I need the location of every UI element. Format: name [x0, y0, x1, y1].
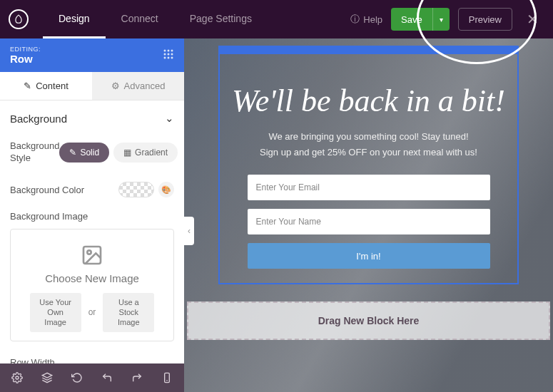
redo-icon[interactable]	[131, 371, 143, 384]
settings-icon[interactable]	[11, 371, 23, 384]
preview-button[interactable]: Preview	[458, 8, 512, 31]
drag-grip-icon[interactable]	[163, 48, 174, 63]
bg-style-solid[interactable]: ✎ Solid	[59, 143, 109, 163]
or-text: or	[88, 307, 96, 317]
hero-title[interactable]: We'll be back in a bit!	[232, 83, 505, 119]
help-label: Help	[363, 14, 382, 25]
bg-color-label: Background Color	[10, 182, 84, 198]
sidebar-bottom-toolbar	[0, 363, 184, 392]
svg-rect-13	[165, 373, 170, 382]
svg-point-3	[164, 53, 166, 55]
selected-row[interactable]: We'll be back in a bit! We are bringing …	[218, 46, 519, 284]
bg-image-box: Choose New Image Use Your Own Image or U…	[10, 229, 174, 341]
bg-style-solid-label: Solid	[80, 148, 99, 158]
section-background[interactable]: Background ⌄	[10, 100, 174, 133]
hero-sub-line1: We are bringing you something cool! Stay…	[260, 129, 477, 145]
help-icon: ⓘ	[350, 13, 360, 26]
color-picker-button[interactable]: 🎨	[158, 182, 174, 197]
editing-target: Row	[10, 53, 41, 65]
svg-point-10	[87, 250, 91, 254]
bg-style-gradient[interactable]: ▦ Gradient	[113, 143, 178, 163]
editing-label: EDITING:	[10, 46, 41, 53]
row-width-label: Row Width	[10, 351, 174, 363]
history-icon[interactable]	[71, 371, 83, 384]
email-input[interactable]	[248, 175, 490, 200]
bg-style-gradient-label: Gradient	[135, 148, 168, 158]
panel-tab-content[interactable]: ✎ Content	[0, 72, 92, 100]
solid-icon: ✎	[69, 148, 76, 158]
drop-new-block-zone[interactable]: Drag New Block Here	[187, 301, 550, 340]
editor-sidebar: EDITING: Row ✎ Content ⚙ Advanced Backgr…	[0, 38, 184, 392]
svg-point-6	[164, 56, 166, 58]
svg-marker-12	[42, 373, 51, 378]
section-background-label: Background	[10, 113, 67, 125]
svg-point-8	[171, 56, 173, 58]
top-bar: Design Connect Page Settings ⓘ Help Save…	[0, 0, 553, 38]
pencil-icon: ✎	[24, 81, 31, 91]
panel-tab-advanced-label: Advanced	[124, 81, 166, 91]
bg-image-label: Background Image	[10, 208, 174, 225]
save-dropdown-button[interactable]: ▾	[432, 8, 450, 31]
undo-icon[interactable]	[101, 371, 113, 384]
svg-point-0	[164, 49, 166, 51]
help-link[interactable]: ⓘ Help	[350, 13, 382, 26]
svg-point-2	[171, 49, 173, 51]
panel-tab-content-label: Content	[36, 81, 69, 91]
app-logo[interactable]	[9, 9, 29, 29]
tab-design[interactable]: Design	[43, 0, 106, 38]
svg-point-11	[16, 376, 19, 379]
tab-page-settings[interactable]: Page Settings	[174, 0, 268, 38]
name-input[interactable]	[248, 209, 490, 234]
svg-point-5	[171, 53, 173, 55]
save-button[interactable]: Save	[391, 8, 432, 31]
use-stock-image-button[interactable]: Use a Stock Image	[103, 293, 154, 332]
bg-style-label: Background Style	[10, 138, 59, 167]
choose-image-text: Choose New Image	[18, 272, 166, 284]
canvas-area[interactable]: ‹ We'll be back in a bit! We are bringin…	[184, 38, 553, 392]
svg-point-7	[168, 56, 170, 58]
gradient-icon: ▦	[123, 148, 131, 158]
bg-color-swatch[interactable]	[118, 182, 154, 197]
hero-sub-line2: Sign up and get 25% OFF on your next mea…	[260, 145, 477, 160]
chevron-down-icon: ⌄	[165, 112, 174, 125]
cta-button[interactable]: I'm in!	[248, 243, 490, 269]
svg-point-1	[168, 49, 170, 51]
use-own-image-button[interactable]: Use Your Own Image	[30, 293, 81, 332]
editing-header: EDITING: Row	[0, 38, 184, 72]
sidebar-collapse-handle[interactable]: ‹	[184, 217, 194, 245]
image-placeholder-icon	[81, 244, 103, 267]
mobile-preview-icon[interactable]	[161, 371, 173, 384]
close-button[interactable]: ✕	[521, 8, 544, 31]
svg-point-4	[168, 53, 170, 55]
layers-icon[interactable]	[41, 371, 53, 384]
hero-subtitle[interactable]: We are bringing you something cool! Stay…	[260, 129, 477, 160]
sliders-icon: ⚙	[111, 81, 120, 91]
tab-connect[interactable]: Connect	[106, 0, 174, 38]
panel-tab-advanced[interactable]: ⚙ Advanced	[92, 72, 184, 100]
